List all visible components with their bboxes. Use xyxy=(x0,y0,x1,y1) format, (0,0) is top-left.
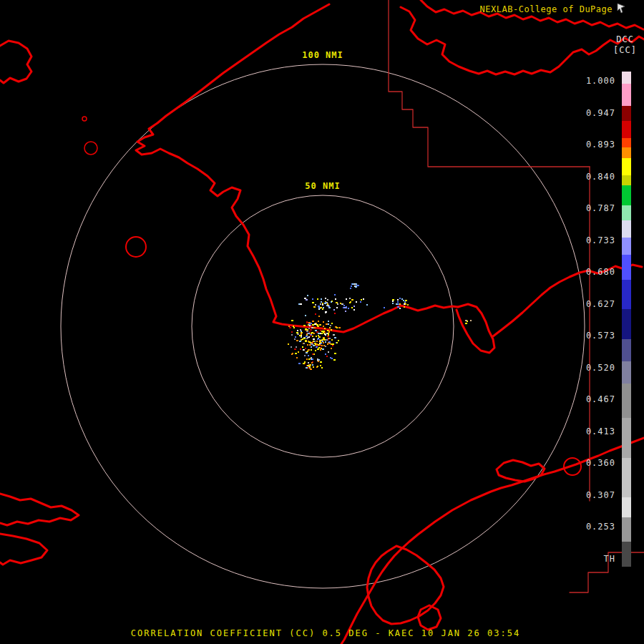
echo-pixel xyxy=(336,302,338,303)
echo-pixel xyxy=(318,335,319,336)
echo-pixel xyxy=(312,324,314,326)
echo-pixel xyxy=(322,348,324,350)
echo-pixel xyxy=(316,324,318,326)
coastline-path xyxy=(493,265,642,336)
echo-pixel xyxy=(340,303,341,304)
echo-pixel xyxy=(317,326,319,327)
echo-pixel xyxy=(336,307,338,308)
echo-pixel xyxy=(308,355,309,356)
echo-pixel xyxy=(303,363,305,364)
colorbar-segment xyxy=(622,517,631,542)
colorbar-segment xyxy=(622,158,631,175)
echo-pixel xyxy=(289,327,291,328)
echo-pixel xyxy=(328,341,331,343)
colorbar-segment xyxy=(622,72,631,84)
echo-pixel xyxy=(309,341,311,343)
echo-pixel xyxy=(336,327,338,328)
echo-pixel xyxy=(304,355,306,356)
echo-pixel xyxy=(306,321,308,323)
echo-pixel xyxy=(315,344,316,346)
echo-pixel xyxy=(294,338,296,340)
echo-pixel xyxy=(312,302,314,303)
echo-pixel xyxy=(332,345,333,346)
echo-pixel xyxy=(334,313,336,314)
echo-pixel xyxy=(306,338,308,339)
echo-pixel xyxy=(399,308,401,309)
echo-pixel xyxy=(331,301,332,303)
echo-pixel xyxy=(323,328,324,329)
echo-pixel xyxy=(326,323,328,325)
echo-pixel xyxy=(331,323,333,324)
echo-pixel xyxy=(401,298,403,300)
echo-pixel xyxy=(465,323,467,324)
echo-pixel xyxy=(306,336,308,337)
echo-pixel xyxy=(313,306,316,308)
echo-pixel xyxy=(465,320,467,321)
echo-pixel xyxy=(322,304,323,306)
echo-pixel xyxy=(334,337,336,338)
colorbar-segment xyxy=(622,147,631,158)
echo-pixel xyxy=(308,333,310,334)
echo-pixel xyxy=(313,341,314,342)
echo-pixel xyxy=(316,336,317,337)
echo-pixel xyxy=(309,367,311,369)
echo-pixel xyxy=(321,298,322,300)
echo-pixel xyxy=(309,344,311,346)
echo-pixel xyxy=(333,309,335,311)
colorbar-segment xyxy=(622,361,631,384)
echo-pixel xyxy=(326,333,328,334)
echo-pixel xyxy=(323,307,324,308)
echo-pixel xyxy=(301,336,302,338)
echo-pixel xyxy=(353,306,355,307)
echo-pixel xyxy=(396,303,398,305)
echo-pixel xyxy=(303,325,306,326)
colorbar-segment xyxy=(622,205,631,220)
echo-pixel xyxy=(313,333,315,334)
echo-pixel xyxy=(313,353,315,355)
echo-pixel xyxy=(294,348,296,350)
echo-pixel xyxy=(308,349,310,351)
echo-pixel xyxy=(299,335,301,336)
echo-pixel xyxy=(308,336,310,338)
colorbar-units: [CC] xyxy=(613,45,637,55)
echo-pixel xyxy=(399,303,401,305)
echo-pixel xyxy=(324,303,326,304)
echo-pixel xyxy=(323,345,325,346)
echo-pixel xyxy=(320,361,322,363)
colorbar-segment xyxy=(622,255,631,280)
echo-pixel xyxy=(326,302,328,303)
radar-map xyxy=(0,0,644,644)
echo-pixel xyxy=(297,333,299,335)
echo-pixel xyxy=(297,330,298,331)
coastline-path xyxy=(341,438,644,644)
coastline-path xyxy=(0,534,47,565)
echo-pixel xyxy=(309,325,311,326)
echo-pixel xyxy=(316,343,318,345)
echo-pixel xyxy=(299,341,301,342)
echo-pixel xyxy=(314,343,316,344)
colorbar-segment xyxy=(622,542,631,567)
echo-pixel xyxy=(298,351,299,353)
coastline-path xyxy=(0,494,79,525)
echo-pixel xyxy=(305,348,306,349)
echo-pixel xyxy=(325,341,326,343)
echo-pixel xyxy=(305,340,307,341)
colorbar-segment xyxy=(622,384,631,418)
echo-pixel xyxy=(470,320,472,321)
echo-pixel xyxy=(306,358,308,360)
echo-pixel xyxy=(321,343,322,344)
echo-pixel xyxy=(323,331,325,332)
echo-pixel xyxy=(315,350,316,351)
echo-pixel xyxy=(327,343,328,345)
echo-pixel xyxy=(328,351,329,353)
echo-pixel xyxy=(307,344,308,346)
echo-pixel xyxy=(338,327,341,328)
echo-pixel xyxy=(300,303,302,305)
echo-pixel xyxy=(311,358,312,360)
echo-pixel xyxy=(296,357,298,358)
colorbar-segment xyxy=(622,280,631,310)
echo-pixel xyxy=(348,308,349,309)
echo-pixel xyxy=(321,339,323,341)
echo-pixel xyxy=(352,283,354,285)
echo-pixel xyxy=(341,303,343,305)
